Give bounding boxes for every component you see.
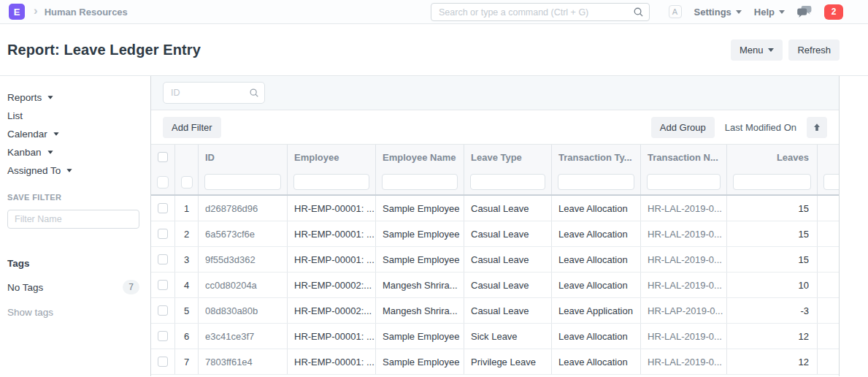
column-filter-input-employee-name[interactable]	[382, 174, 458, 190]
user-avatar[interactable]: A	[669, 5, 682, 18]
cell-transaction-name: HR-LAL-2019-0...	[641, 247, 727, 272]
sidebar-item-calendar[interactable]: Calendar	[7, 129, 139, 139]
cell-id: 9f55d3d362	[199, 247, 288, 272]
column-header-transaction-ty[interactable]: Transaction Ty...	[552, 145, 641, 170]
column-header-transaction-n[interactable]: Transaction N...	[641, 145, 727, 170]
row-checkbox[interactable]	[158, 203, 168, 213]
column-header-leaves[interactable]: Leaves	[727, 145, 818, 170]
sidebar-item-label: Reports	[7, 92, 42, 103]
sidebar-item-list[interactable]: List	[7, 110, 139, 121]
sidebar-item-label: List	[7, 110, 23, 121]
column-filter-input[interactable]	[157, 176, 169, 188]
row-checkbox[interactable]	[158, 229, 168, 239]
app-logo[interactable]: E	[9, 4, 25, 20]
search-icon	[633, 7, 644, 18]
cell-transaction-type: Leave Allocation	[552, 196, 641, 221]
refresh-button[interactable]: Refresh	[788, 39, 840, 61]
sidebar-nav: ReportsListCalendarKanbanAssigned To	[7, 92, 139, 175]
filter-name-input[interactable]	[7, 210, 139, 229]
cell-id: d268786d96	[199, 196, 288, 221]
column-filter-input-id[interactable]	[204, 174, 281, 190]
arrow-up-icon	[813, 123, 821, 132]
settings-menu[interactable]: Settings	[694, 7, 742, 18]
help-menu[interactable]: Help	[754, 7, 785, 18]
cell-leave-type: Casual Leave	[464, 221, 552, 246]
cell-transaction-name: HR-LAL-2019-0...	[641, 273, 727, 297]
row-serial: 6	[175, 324, 199, 349]
column-filter-input[interactable]	[823, 174, 839, 190]
navbar: E › Human Resources A Settings Help 2	[0, 0, 868, 24]
filter-toolbar: Add Filter Add Group Last Modified On	[151, 110, 839, 144]
page-head: Report: Leave Ledger Entry Menu Refresh	[0, 24, 868, 76]
row-checkbox[interactable]	[158, 357, 168, 367]
chevron-down-icon	[768, 48, 774, 52]
sort-direction-button[interactable]	[807, 117, 827, 138]
column-filter-input-leave-type[interactable]	[470, 174, 545, 190]
report-panel: Add Filter Add Group Last Modified On ID…	[150, 76, 840, 376]
show-tags-link[interactable]: Show tags	[7, 307, 53, 318]
sidebar-item-no-tags[interactable]: No Tags 7	[7, 280, 139, 294]
cell-transaction-name: HR-LAL-2019-0...	[641, 349, 727, 374]
table-row[interactable]: 39f55d3d362HR-EMP-00001: ...Sample Emplo…	[151, 247, 839, 273]
breadcrumb-chevron-icon: ›	[34, 4, 38, 18]
settings-label: Settings	[694, 7, 731, 18]
cell-id: 08d830a80b	[199, 298, 288, 323]
cell-id: 7803ff61e4	[199, 349, 288, 374]
cell-leave-type: Casual Leave	[464, 273, 552, 297]
sidebar-item-reports[interactable]: Reports	[7, 92, 139, 102]
cell-transaction-type: Leave Allocation	[552, 273, 641, 297]
quick-filter-row	[151, 76, 839, 110]
sort-field-selector[interactable]: Last Modified On	[725, 122, 796, 133]
cell-employee-name: Sample Employee	[376, 221, 464, 246]
column-filter-input-transaction-ty[interactable]	[558, 174, 634, 190]
chevron-down-icon	[779, 10, 785, 14]
column-filter-input[interactable]	[181, 176, 193, 188]
column-filter-input-employee[interactable]	[293, 174, 369, 190]
spacer-column-header	[818, 145, 839, 170]
table-row[interactable]: 6e3c41ce3f7HR-EMP-00001: ...Sample Emplo…	[151, 324, 839, 349]
cell-employee: HR-EMP-00002:...	[288, 298, 376, 323]
cell-leave-type: Sick Leave	[464, 324, 552, 349]
column-header-employee[interactable]: Employee	[288, 145, 376, 170]
table-row[interactable]: 1d268786d96HR-EMP-00001: ...Sample Emplo…	[151, 196, 839, 221]
serial-column-header	[175, 145, 199, 170]
report-table: IDEmployeeEmployee NameLeave TypeTransac…	[151, 144, 839, 375]
row-serial: 5	[175, 298, 199, 323]
cell-spacer	[818, 324, 839, 349]
row-serial: 1	[175, 196, 199, 221]
row-serial: 7	[175, 349, 199, 374]
row-checkbox[interactable]	[158, 331, 168, 341]
cell-leaves: 15	[727, 196, 818, 221]
cell-transaction-name: HR-LAP-2019-0...	[641, 298, 727, 323]
add-filter-button[interactable]: Add Filter	[163, 117, 221, 138]
column-header-leave-type[interactable]: Leave Type	[464, 145, 552, 170]
column-filter-input-transaction-n[interactable]	[647, 174, 721, 190]
sidebar-item-label: Assigned To	[7, 165, 61, 176]
row-checkbox[interactable]	[158, 280, 168, 290]
column-filter-input-leaves[interactable]	[733, 174, 811, 190]
list-sidebar: ReportsListCalendarKanbanAssigned To SAV…	[0, 76, 150, 376]
menu-button[interactable]: Menu	[731, 39, 783, 61]
cell-spacer	[818, 298, 839, 323]
chat-icon[interactable]	[797, 6, 812, 18]
row-checkbox[interactable]	[158, 305, 168, 316]
column-header-employee-name[interactable]: Employee Name	[376, 145, 464, 170]
table-row[interactable]: 508d830a80bHR-EMP-00002:...Mangesh Shrir…	[151, 298, 839, 324]
column-header-id[interactable]: ID	[199, 145, 288, 170]
table-row[interactable]: 77803ff61e4HR-EMP-00001: ...Sample Emplo…	[151, 349, 839, 375]
table-row[interactable]: 26a5673cf6eHR-EMP-00001: ...Sample Emplo…	[151, 221, 839, 247]
chevron-down-icon	[736, 10, 742, 14]
column-filter-row	[151, 170, 839, 196]
sidebar-item-kanban[interactable]: Kanban	[7, 147, 139, 157]
sidebar-item-assigned-to[interactable]: Assigned To	[7, 165, 139, 175]
row-serial: 4	[175, 273, 199, 297]
global-search-input[interactable]	[431, 3, 650, 21]
select-all-checkbox[interactable]	[158, 152, 168, 162]
notification-badge[interactable]: 2	[824, 4, 843, 20]
table-row[interactable]: 4cc0d80204aHR-EMP-00002:...Mangesh Shrir…	[151, 273, 839, 298]
breadcrumb[interactable]: Human Resources	[45, 7, 128, 18]
add-group-button[interactable]: Add Group	[651, 117, 715, 138]
no-tags-count-badge: 7	[123, 280, 139, 294]
row-checkbox[interactable]	[158, 254, 168, 264]
cell-employee-name: Mangesh Shrira...	[376, 273, 464, 297]
